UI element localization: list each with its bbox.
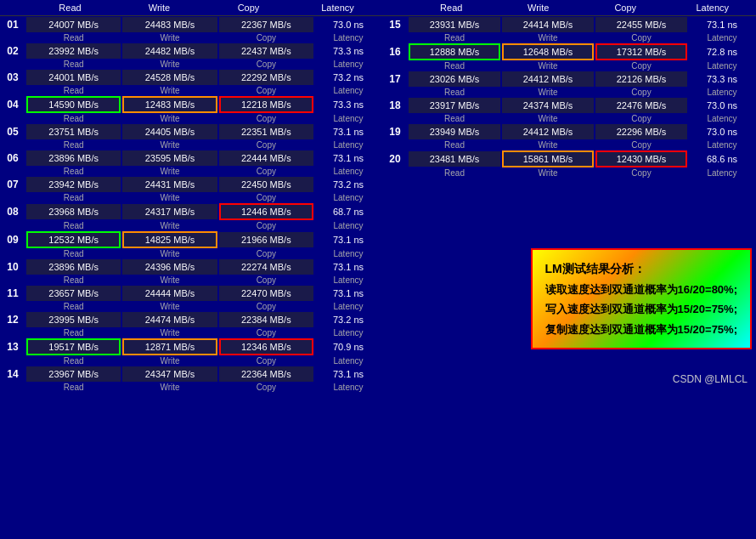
latency-cell-16: 72.8 ns [688, 47, 756, 57]
row-group-09: 0912532 MB/s14825 MB/s21966 MB/s73.1 nsR… [0, 230, 382, 258]
copy-cell-18: 22476 MB/s [595, 98, 687, 113]
sub-label-write-02: Write [121, 60, 217, 69]
sub-label-write-15: Write [501, 33, 595, 43]
latency-cell-11: 73.1 ns [314, 288, 382, 298]
row-group-03: 0324001 MB/s24528 MB/s22292 MB/s73.2 nsR… [0, 69, 382, 95]
read-cell-03: 24001 MB/s [26, 70, 121, 85]
row-num-01: 01 [0, 18, 25, 31]
latency-cell-14: 73.1 ns [314, 369, 382, 379]
sub-label-latency-16: Latency [688, 61, 756, 71]
data-values-03: 0324001 MB/s24528 MB/s22292 MB/s73.2 ns [0, 69, 382, 86]
data-values-11: 1123657 MB/s24444 MB/s22470 MB/s73.1 ns [0, 285, 382, 302]
read-cell-14: 23967 MB/s [26, 366, 121, 382]
latency-cell-10: 73.1 ns [314, 262, 382, 272]
sub-labels-15: ReadWriteCopyLatency [382, 33, 756, 43]
write-cell-08: 24317 MB/s [122, 204, 217, 219]
analysis-box: LM测试结果分析： 读取速度达到双通道概率为16/20=80%; 写入速度达到双… [531, 248, 752, 349]
row-group-13: 1319517 MB/s12871 MB/s12346 MB/s70.9 nsR… [0, 338, 382, 366]
latency-cell-05: 73.1 ns [314, 127, 382, 137]
analysis-line2: 写入速度达到双通道概率为15/20=75%; [545, 299, 737, 319]
row-num-04: 04 [0, 98, 25, 111]
row-num-10: 10 [0, 260, 25, 274]
sub-label-copy-06: Copy [218, 167, 314, 176]
write-cell-12: 24474 MB/s [122, 312, 217, 327]
copy-cell-13: 12346 MB/s [219, 338, 313, 355]
read-cell-18: 23917 MB/s [409, 98, 500, 113]
row-group-15: 1523931 MB/s24414 MB/s22455 MB/s73.1 nsR… [382, 16, 756, 43]
sub-labels-06: ReadWriteCopyLatency [0, 167, 382, 176]
data-values-07: 0723942 MB/s24431 MB/s22450 MB/s73.2 ns [0, 176, 382, 193]
sub-label-latency-04: Latency [314, 114, 382, 123]
read-cell-06: 23896 MB/s [26, 150, 121, 166]
latency-cell-19: 73.0 ns [688, 127, 756, 137]
read-cell-16: 12888 MB/s [409, 43, 500, 60]
row-num-07: 07 [0, 178, 25, 191]
row-num-16: 16 [382, 45, 408, 59]
row-num-08: 08 [0, 205, 25, 218]
row-group-08: 0823968 MB/s24317 MB/s12446 MB/s68.7 nsR… [0, 202, 382, 230]
row-group-18: 1823917 MB/s24374 MB/s22476 MB/s73.0 nsR… [382, 97, 756, 123]
read-cell-07: 23942 MB/s [26, 177, 121, 192]
sub-labels-05: ReadWriteCopyLatency [0, 140, 382, 150]
row-group-14: 1423967 MB/s24347 MB/s22364 MB/s73.1 nsR… [0, 366, 382, 392]
row-num-18: 18 [382, 99, 408, 112]
data-values-12: 1223995 MB/s24474 MB/s22384 MB/s73.2 ns [0, 311, 382, 328]
data-values-20: 2023481 MB/s15861 MB/s12430 MB/s68.6 ns [382, 150, 756, 168]
sub-label-read-14: Read [25, 383, 121, 392]
row-num-17: 17 [382, 72, 408, 86]
sub-label-latency-02: Latency [314, 60, 382, 69]
sub-label-latency-01: Latency [314, 33, 382, 43]
copy-cell-04: 12218 MB/s [219, 96, 313, 113]
read-cell-10: 23896 MB/s [26, 259, 121, 275]
sub-label-read-07: Read [25, 193, 121, 202]
sub-label-write-09: Write [121, 249, 217, 258]
copy-cell-19: 22296 MB/s [595, 124, 687, 139]
write-cell-11: 24444 MB/s [122, 286, 217, 301]
right-rows: 1523931 MB/s24414 MB/s22455 MB/s73.1 nsR… [382, 16, 756, 178]
sub-label-write-16: Write [501, 61, 595, 71]
sub-label-latency-11: Latency [314, 302, 382, 311]
sub-label-copy-17: Copy [595, 88, 688, 97]
sub-label-write-13: Write [121, 356, 217, 366]
row-num-09: 09 [0, 233, 25, 247]
latency-cell-03: 73.2 ns [314, 72, 382, 82]
sub-label-read-02: Read [25, 60, 121, 69]
sub-label-copy-02: Copy [218, 60, 314, 69]
sub-label-read-01: Read [25, 33, 121, 43]
sub-labels-02: ReadWriteCopyLatency [0, 60, 382, 69]
sub-labels-07: ReadWriteCopyLatency [0, 193, 382, 202]
row-group-05: 0523751 MB/s24405 MB/s22351 MB/s73.1 nsR… [0, 123, 382, 150]
sub-label-latency-09: Latency [314, 249, 382, 258]
sub-label-copy-19: Copy [595, 140, 688, 150]
latency-cell-17: 73.3 ns [688, 74, 756, 84]
row-num-13: 13 [0, 340, 25, 354]
sub-label-latency-10: Latency [314, 275, 382, 285]
latency-cell-02: 73.3 ns [314, 46, 382, 56]
left-panel: Read Write Copy Latency 0124007 MB/s2448… [0, 0, 382, 392]
sub-label-copy-09: Copy [218, 249, 314, 258]
sub-labels-12: ReadWriteCopyLatency [0, 328, 382, 338]
row-num-06: 06 [0, 151, 25, 165]
sub-label-latency-20: Latency [688, 168, 756, 178]
copy-cell-05: 22351 MB/s [219, 124, 313, 139]
latency-cell-06: 73.1 ns [314, 153, 382, 163]
sub-label-write-03: Write [121, 86, 217, 95]
sub-label-write-20: Write [501, 168, 595, 178]
write-cell-10: 24396 MB/s [122, 259, 217, 275]
write-cell-19: 24412 MB/s [502, 124, 594, 139]
sub-label-latency-06: Latency [314, 167, 382, 176]
sub-label-read-18: Read [408, 114, 501, 123]
sub-label-read-12: Read [25, 328, 121, 338]
sub-labels-09: ReadWriteCopyLatency [0, 249, 382, 258]
read-cell-12: 23995 MB/s [26, 312, 121, 327]
sub-label-read-08: Read [25, 221, 121, 230]
sub-labels-18: ReadWriteCopyLatency [382, 114, 756, 123]
sub-label-write-05: Write [121, 140, 217, 150]
latency-cell-01: 73.0 ns [314, 20, 382, 30]
row-group-11: 1123657 MB/s24444 MB/s22470 MB/s73.1 nsR… [0, 285, 382, 311]
row-group-06: 0623896 MB/s23595 MB/s22444 MB/s73.1 nsR… [0, 150, 382, 176]
data-values-08: 0823968 MB/s24317 MB/s12446 MB/s68.7 ns [0, 202, 382, 221]
row-num-15: 15 [382, 18, 408, 31]
sub-label-copy-08: Copy [218, 221, 314, 230]
sub-labels-14: ReadWriteCopyLatency [0, 383, 382, 392]
